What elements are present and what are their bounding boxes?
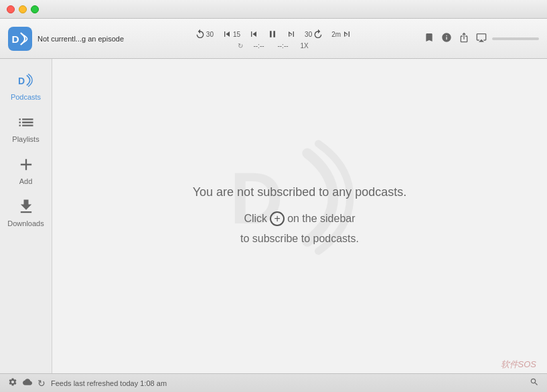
cloud-icon[interactable] bbox=[23, 377, 32, 389]
traffic-lights bbox=[7, 5, 39, 13]
playlist-icon bbox=[15, 112, 37, 133]
skip-back-15-label: 15 bbox=[233, 31, 240, 38]
instruction-sidebar-label: on the sidebar bbox=[287, 210, 355, 227]
speed-label[interactable]: 1X bbox=[295, 42, 314, 50]
time-remaining: --:-- bbox=[274, 42, 293, 50]
progress-row-container: ↻ --:-- --:-- 1X bbox=[234, 42, 314, 50]
prev-button[interactable] bbox=[246, 27, 262, 41]
add-label: Add bbox=[19, 177, 33, 185]
loop-icon: ↻ bbox=[234, 42, 247, 50]
skip-forward-30-label: 30 bbox=[305, 31, 312, 38]
bookmark-button[interactable] bbox=[422, 31, 436, 46]
podcasts-label: Podcasts bbox=[11, 93, 41, 101]
minimize-button[interactable] bbox=[19, 5, 27, 13]
time-elapsed: --:-- bbox=[250, 42, 268, 50]
close-button[interactable] bbox=[7, 5, 15, 13]
empty-state-text: You are not subscribed to any podcasts. bbox=[193, 185, 407, 199]
transport-row: 30 15 30 bbox=[192, 27, 355, 41]
refresh-icon[interactable]: ↻ bbox=[37, 378, 46, 389]
status-bar: ↻ Feeds last refreshed today 1:08 am 软件S… bbox=[0, 373, 547, 392]
toolbar: D Not currentl...g an episode 30 15 bbox=[0, 19, 547, 59]
empty-state-instruction: Click + on the sidebar to subscribe to p… bbox=[240, 210, 359, 247]
downloads-icon bbox=[15, 196, 37, 217]
next-button[interactable] bbox=[283, 27, 299, 41]
downloads-label: Downloads bbox=[7, 219, 44, 227]
brand-watermark: 软件SOS bbox=[501, 359, 536, 371]
sidebar-item-podcasts[interactable]: D Podcasts bbox=[0, 64, 52, 106]
play-pause-button[interactable] bbox=[264, 27, 281, 41]
sidebar-item-add[interactable]: Add bbox=[0, 149, 52, 191]
app-logo-icon: D bbox=[11, 29, 29, 48]
skip-forward-2m-button[interactable]: 2m bbox=[329, 27, 355, 41]
toolbar-right bbox=[422, 31, 539, 46]
playlists-label: Playlists bbox=[12, 135, 39, 143]
podcast-icon: D bbox=[15, 70, 37, 91]
info-button[interactable] bbox=[440, 31, 453, 46]
skip-back-30-button[interactable]: 30 bbox=[192, 27, 216, 41]
skip-forward-30-button[interactable]: 30 bbox=[302, 27, 326, 41]
app-icon: D bbox=[8, 27, 32, 51]
maximize-button[interactable] bbox=[31, 5, 39, 13]
svg-text:D: D bbox=[18, 76, 25, 86]
share-button[interactable] bbox=[457, 31, 471, 46]
feeds-status-text: Feeds last refreshed today 1:08 am bbox=[51, 379, 167, 387]
sidebar-item-playlists[interactable]: Playlists bbox=[0, 106, 52, 149]
instruction-click-label: Click bbox=[244, 210, 267, 227]
now-playing-title: Not currentl...g an episode bbox=[37, 35, 125, 43]
add-icon bbox=[15, 154, 37, 175]
instruction-line-2: to subscribe to podcasts. bbox=[240, 230, 359, 248]
title-bar bbox=[0, 0, 547, 19]
sidebar-item-downloads[interactable]: Downloads bbox=[0, 191, 52, 233]
toolbar-controls: 30 15 30 bbox=[130, 27, 417, 50]
volume-slider[interactable] bbox=[492, 37, 539, 40]
instruction-line-1: Click + on the sidebar bbox=[244, 210, 355, 227]
status-right bbox=[530, 377, 539, 389]
empty-state: You are not subscribed to any podcasts. … bbox=[193, 185, 407, 247]
main-layout: D Podcasts Playlists Add bbox=[0, 59, 547, 373]
skip-back-15-button[interactable]: 15 bbox=[219, 27, 243, 41]
content-area: D You are not subscribed to any podcasts… bbox=[52, 59, 547, 373]
svg-text:D: D bbox=[11, 33, 19, 44]
skip-forward-2m-label: 2m bbox=[331, 31, 341, 38]
status-left: ↻ Feeds last refreshed today 1:08 am bbox=[8, 377, 167, 389]
settings-icon[interactable] bbox=[8, 377, 17, 389]
instruction-subscribe-label: to subscribe to podcasts. bbox=[240, 230, 359, 248]
search-icon[interactable] bbox=[530, 377, 539, 389]
airplay-button[interactable] bbox=[475, 31, 488, 46]
skip-back-30-label: 30 bbox=[206, 31, 214, 38]
plus-icon: + bbox=[270, 211, 285, 226]
sidebar: D Podcasts Playlists Add bbox=[0, 59, 52, 373]
